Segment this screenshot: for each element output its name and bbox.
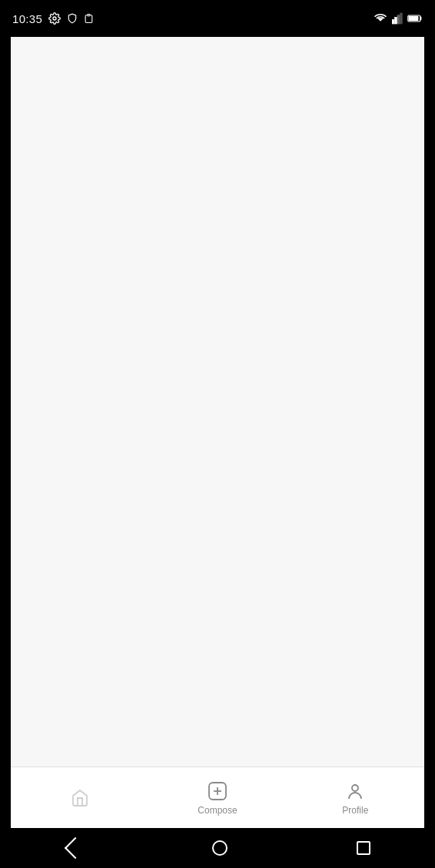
main-content	[11, 37, 424, 767]
svg-rect-6	[400, 13, 403, 24]
profile-label: Profile	[342, 805, 368, 816]
battery-icon	[407, 13, 423, 24]
signal-icon	[392, 12, 403, 25]
bottom-nav: Compose Profile	[11, 767, 424, 828]
status-bar-left: 10:35	[12, 12, 94, 25]
svg-rect-8	[409, 16, 419, 21]
settings-icon	[48, 12, 61, 25]
phone-frame: 10:35	[0, 0, 435, 868]
svg-marker-2	[377, 18, 384, 22]
profile-icon	[344, 780, 366, 802]
status-bar-right	[374, 12, 423, 25]
shield-icon	[67, 12, 78, 25]
nav-item-profile[interactable]: Profile	[287, 776, 424, 820]
svg-rect-5	[397, 15, 400, 24]
android-nav	[0, 828, 435, 868]
svg-rect-3	[392, 19, 394, 24]
svg-rect-1	[88, 15, 90, 16]
svg-point-12	[352, 785, 358, 791]
svg-rect-4	[395, 18, 397, 24]
status-time: 10:35	[12, 12, 42, 25]
wifi-icon	[374, 13, 387, 24]
recents-icon	[357, 841, 370, 855]
compose-icon	[207, 780, 228, 802]
status-bar: 10:35	[0, 0, 435, 37]
clipboard-icon	[84, 12, 94, 25]
recents-button[interactable]	[357, 841, 370, 855]
home-icon	[69, 787, 91, 809]
back-icon	[65, 837, 86, 859]
app-screen: Compose Profile	[11, 37, 424, 828]
home-circle-icon	[212, 840, 227, 856]
back-button[interactable]	[65, 840, 83, 856]
svg-point-0	[53, 17, 56, 20]
compose-label: Compose	[198, 805, 237, 816]
nav-item-compose[interactable]: Compose	[148, 776, 286, 820]
nav-item-home[interactable]	[11, 783, 148, 813]
home-button[interactable]	[212, 840, 227, 856]
